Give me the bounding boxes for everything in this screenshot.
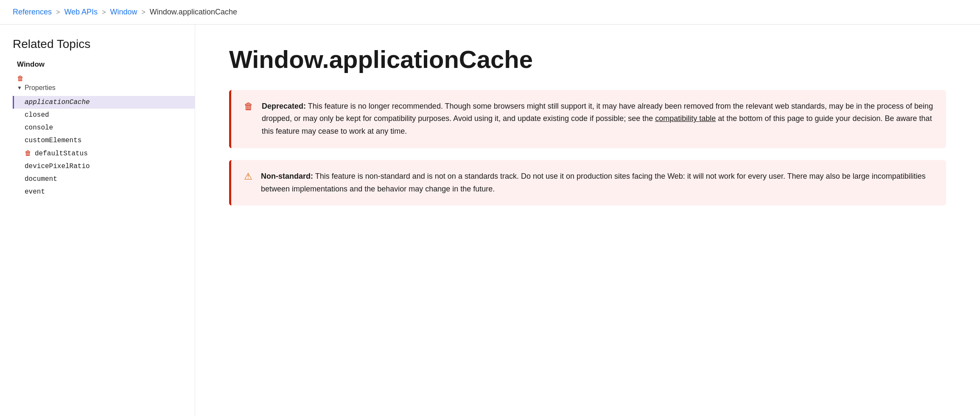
deprecated-bold: Deprecated: xyxy=(262,102,306,110)
breadcrumb-separator-2: > xyxy=(102,8,106,16)
sidebar-item-customelements-label: customElements xyxy=(25,137,81,144)
sidebar-item-defaultstatus[interactable]: 🗑 defaultStatus xyxy=(13,147,195,160)
sidebar-item-closed[interactable]: closed xyxy=(13,109,195,121)
properties-subsection[interactable]: ▼ Properties xyxy=(13,84,195,92)
sidebar-item-document-label: document xyxy=(25,175,57,183)
non-standard-notice: ⚠ Non-standard: This feature is non-stan… xyxy=(229,160,946,205)
sidebar-item-devicepixelratio-label: devicePixelRatio xyxy=(25,163,90,170)
breadcrumb-references[interactable]: References xyxy=(13,8,52,17)
sidebar-item-applicationcache[interactable]: applicationCache xyxy=(13,96,195,109)
non-standard-text-body: This feature is non-standard and is not … xyxy=(261,172,926,193)
content-area: Window.applicationCache 🗑 Deprecated: Th… xyxy=(195,25,980,416)
trash-icon-defaultstatus: 🗑 xyxy=(25,149,31,157)
standalone-deprecated-icon: 🗑 xyxy=(13,75,195,82)
breadcrumb-web-apis[interactable]: Web APIs xyxy=(64,8,98,17)
sidebar-item-document[interactable]: document xyxy=(13,173,195,186)
sidebar-item-customelements[interactable]: customElements xyxy=(13,134,195,147)
compatibility-table-link[interactable]: compatibility table xyxy=(655,114,716,123)
sidebar-item-event[interactable]: event xyxy=(13,186,195,198)
breadcrumb: References > Web APIs > Window > Window.… xyxy=(0,0,980,25)
sidebar: Related Topics Window 🗑 ▼ Properties app… xyxy=(0,25,195,416)
sidebar-title: Related Topics xyxy=(13,37,195,51)
sidebar-item-closed-label: closed xyxy=(25,111,49,119)
warning-icon: ⚠ xyxy=(244,171,252,182)
sidebar-section-title: Window xyxy=(13,60,195,69)
breadcrumb-window[interactable]: Window xyxy=(110,8,137,17)
properties-label: Properties xyxy=(25,84,56,92)
deprecated-notice: 🗑 Deprecated: This feature is no longer … xyxy=(229,90,946,148)
breadcrumb-separator-3: > xyxy=(142,8,146,16)
main-layout: Related Topics Window 🗑 ▼ Properties app… xyxy=(0,25,980,416)
sidebar-item-event-label: event xyxy=(25,188,45,196)
sidebar-item-console-label: console xyxy=(25,124,53,132)
sidebar-item-devicepixelratio[interactable]: devicePixelRatio xyxy=(13,160,195,173)
sidebar-item-list: applicationCache closed console customEl… xyxy=(13,96,195,198)
breadcrumb-separator-1: > xyxy=(56,8,60,16)
deprecated-notice-text: Deprecated: This feature is no longer re… xyxy=(262,100,933,138)
sidebar-item-applicationcache-label: applicationCache xyxy=(25,98,90,106)
sidebar-item-defaultstatus-label: defaultStatus xyxy=(35,150,88,157)
expand-icon: ▼ xyxy=(17,85,22,91)
page-title: Window.applicationCache xyxy=(229,46,946,73)
deprecated-trash-icon: 🗑 xyxy=(244,101,253,112)
trash-icon-standalone: 🗑 xyxy=(17,75,24,82)
sidebar-item-console[interactable]: console xyxy=(13,121,195,134)
non-standard-bold: Non-standard: xyxy=(261,172,313,180)
breadcrumb-current: Window.applicationCache xyxy=(150,8,237,17)
non-standard-notice-text: Non-standard: This feature is non-standa… xyxy=(261,170,933,195)
